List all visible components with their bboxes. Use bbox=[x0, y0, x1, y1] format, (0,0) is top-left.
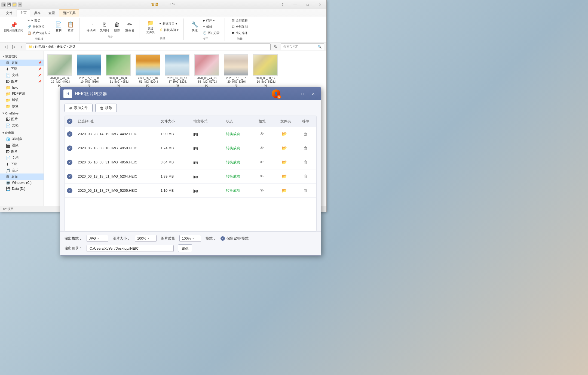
tab-file[interactable]: 文件 bbox=[2, 10, 16, 17]
deselect-button[interactable]: ☐ 全部取消 bbox=[230, 24, 249, 30]
file-item[interactable]: 2020_05_16_08 _31_IMG_4956.j pg bbox=[105, 53, 132, 88]
eye-icon[interactable]: 👁 bbox=[259, 173, 265, 180]
sidebar-item-data[interactable]: 💾 Data (D:) bbox=[0, 186, 44, 192]
file-item[interactable]: 2020_08_08_17 _10_IMG_5523.j pg bbox=[252, 53, 279, 88]
delete-row-icon[interactable]: 🗑 bbox=[302, 145, 309, 152]
invert-button[interactable]: ⇄ 反向选择 bbox=[230, 30, 249, 36]
row-folder[interactable]: 📂 bbox=[278, 144, 300, 152]
quality-dropdown[interactable]: 100% ▾ bbox=[179, 235, 201, 242]
heic-maximize-button[interactable]: □ bbox=[298, 89, 307, 98]
folder-open-icon[interactable]: 📂 bbox=[280, 187, 288, 194]
row-preview[interactable]: 👁 bbox=[256, 131, 278, 138]
remove-button[interactable]: 🗑 移除 bbox=[95, 104, 117, 112]
copy-path-button[interactable]: 🔗 复制路径 bbox=[26, 24, 52, 30]
add-file-button[interactable]: ⊕ 添加文件 bbox=[65, 104, 93, 112]
row-remove[interactable]: 🗑 bbox=[300, 187, 316, 194]
forward-nav[interactable]: ▷ bbox=[11, 44, 17, 50]
row-folder[interactable]: 📂 bbox=[278, 130, 300, 138]
dropdown-icon[interactable]: ▾ bbox=[18, 2, 22, 7]
copy-to-button[interactable]: ⎘ 复制到 bbox=[98, 20, 111, 33]
heic-close-button[interactable]: ✕ bbox=[309, 89, 318, 98]
cut-button[interactable]: ✂ ✂ 剪切 bbox=[26, 18, 52, 23]
address-path[interactable]: 📁 › 此电脑 › 桌面 › iHEIC › JPG bbox=[26, 44, 271, 50]
row-remove[interactable]: 🗑 bbox=[300, 159, 316, 166]
move-to-button[interactable]: → 移动到 bbox=[85, 20, 97, 33]
folder-open-icon[interactable]: 📂 bbox=[280, 173, 288, 180]
row-remove[interactable]: 🗑 bbox=[300, 131, 316, 138]
properties-button[interactable]: 🔧 属性 bbox=[189, 20, 200, 33]
tab-view[interactable]: 查看 bbox=[45, 10, 59, 17]
sidebar-item-pc-pictures[interactable]: 🖼 图片 bbox=[0, 148, 44, 155]
tab-share[interactable]: 共享 bbox=[31, 10, 44, 17]
file-item[interactable]: 2020_06_13_18 _51_IMG_5204.j pg bbox=[134, 53, 161, 88]
sidebar-item-unlock[interactable]: 📁 解锁 bbox=[0, 97, 44, 103]
select-all-button[interactable]: ☑ 全部选择 bbox=[230, 18, 249, 23]
paste-button[interactable]: 📋 粘贴 bbox=[65, 20, 76, 33]
delete-row-icon[interactable]: 🗑 bbox=[302, 131, 309, 138]
row-check-icon[interactable]: ✓ bbox=[67, 188, 72, 193]
eye-icon[interactable]: 👁 bbox=[259, 131, 265, 138]
back-nav[interactable]: ◁ bbox=[2, 44, 9, 50]
row-remove[interactable]: 🗑 bbox=[300, 145, 316, 152]
up-nav[interactable]: ↑ bbox=[19, 44, 24, 50]
row-remove[interactable]: 🗑 bbox=[300, 173, 316, 180]
file-item[interactable]: 2020_06_13_18 _57_IMG_5205.j pg bbox=[164, 53, 191, 88]
paste-shortcut-button[interactable]: 📋 粘贴快捷方式 bbox=[26, 30, 52, 36]
easy-access-button[interactable]: ⚡ 轻松访问 ▾ bbox=[157, 27, 180, 33]
sidebar-item-desktop[interactable]: 🖥 桌面 📌 bbox=[0, 60, 44, 66]
row-preview[interactable]: 👁 bbox=[256, 159, 278, 166]
tab-home[interactable]: 主页 bbox=[17, 9, 30, 17]
header-check-icon[interactable]: ✓ bbox=[67, 119, 72, 124]
heic-avatar[interactable]: 👤 K bbox=[272, 89, 280, 98]
maximize-button[interactable]: □ bbox=[301, 0, 314, 9]
search-box[interactable]: 搜索"JPG" 🔍 bbox=[281, 44, 324, 50]
minimize-button[interactable]: — bbox=[289, 0, 301, 9]
heic-minimize-button[interactable]: — bbox=[287, 89, 296, 98]
file-item[interactable]: 2020_05_16_08 _10_IMG_4950.j pg bbox=[75, 53, 103, 88]
row-preview[interactable]: 👁 bbox=[256, 145, 278, 152]
delete-button[interactable]: 🗑 删除 bbox=[112, 20, 122, 33]
folder-open-icon[interactable]: 📂 bbox=[280, 130, 288, 138]
sidebar-item-music[interactable]: 🎵 音乐 bbox=[0, 167, 44, 173]
sidebar-item-pc-desktop[interactable]: 🖥 桌面 bbox=[0, 173, 44, 180]
sidebar-item-pc-downloads[interactable]: ⬇ 下载 bbox=[0, 161, 44, 167]
sidebar-item-windows[interactable]: 💻 Windows (C:) bbox=[0, 180, 44, 186]
refresh-nav[interactable]: ↻ bbox=[272, 44, 279, 50]
delete-row-icon[interactable]: 🗑 bbox=[302, 187, 309, 194]
row-preview[interactable]: 👁 bbox=[256, 173, 278, 180]
row-check-icon[interactable]: ✓ bbox=[67, 160, 72, 165]
close-button[interactable]: ✕ bbox=[314, 0, 326, 9]
copy-button[interactable]: 📄 复制 bbox=[53, 20, 64, 33]
eye-icon[interactable]: 👁 bbox=[259, 187, 265, 194]
eye-icon[interactable]: 👁 bbox=[259, 145, 265, 152]
output-path-input[interactable]: C:/Users/XvYen/Desktop/iHEIC bbox=[87, 245, 174, 252]
row-folder[interactable]: 📂 bbox=[278, 159, 300, 166]
history-button[interactable]: 🕐 历史记录 bbox=[201, 30, 221, 36]
ribbon-tab-manage[interactable]: 管理 bbox=[151, 2, 158, 7]
sidebar-item-onedrive-docs[interactable]: 📄 文档 bbox=[0, 122, 44, 129]
row-check-icon[interactable]: ✓ bbox=[67, 131, 72, 137]
this-pc-header[interactable]: ▾ 此电脑 bbox=[0, 130, 44, 136]
delete-row-icon[interactable]: 🗑 bbox=[302, 159, 309, 166]
file-item[interactable]: 2020_07_13_07 _20_IMG_5380.j pg bbox=[222, 53, 250, 88]
file-item[interactable]: 2020_03_28_14 _19_IMG_4492.j pg bbox=[46, 53, 73, 88]
sidebar-item-pc-docs[interactable]: 📄 文档 bbox=[0, 155, 44, 161]
mode-checkbox[interactable]: ✓ 保留EXIF模式 bbox=[220, 236, 249, 241]
change-path-button[interactable]: 更改 bbox=[178, 244, 192, 252]
pin-button[interactable]: 📌 固定到快速访问 bbox=[2, 21, 25, 33]
tab-picture-tools[interactable]: 图片工具 bbox=[59, 10, 79, 17]
quick-access-header[interactable]: ▾ 快速访问 bbox=[0, 53, 44, 60]
sidebar-item-video[interactable]: 🎬 视频 bbox=[0, 142, 44, 148]
sidebar-item-pdf[interactable]: 📁 PDF解密 bbox=[0, 91, 44, 97]
sidebar-item-pictures[interactable]: 🖼 图片 📌 bbox=[0, 78, 44, 85]
sidebar-item-onedrive-pictures[interactable]: 🖼 图片 bbox=[0, 116, 44, 122]
row-preview[interactable]: 👁 bbox=[256, 187, 278, 194]
eye-icon[interactable]: 👁 bbox=[259, 159, 265, 166]
new-item-button[interactable]: ✦ 新建项目 ▾ bbox=[157, 21, 180, 27]
onedrive-header[interactable]: ▾ OneDrive bbox=[0, 110, 44, 116]
delete-row-icon[interactable]: 🗑 bbox=[302, 173, 309, 180]
sidebar-item-3d[interactable]: 🧊 3D对象 bbox=[0, 136, 44, 142]
row-check-icon[interactable]: ✓ bbox=[67, 174, 72, 179]
file-item[interactable]: 2020_06_24_18 _56_IMG_5272.j pg bbox=[193, 53, 220, 88]
row-folder[interactable]: 📂 bbox=[278, 173, 300, 180]
